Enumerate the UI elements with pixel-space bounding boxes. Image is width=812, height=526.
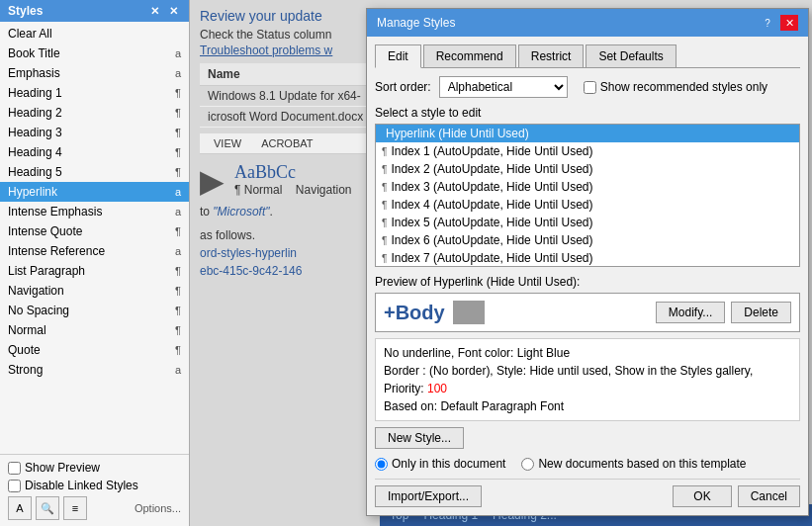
sidebar-style-item[interactable]: Hyperlinka	[0, 182, 189, 202]
manage-dialog: Manage Styles ? ✕ EditRecommendRestrictS…	[366, 8, 809, 516]
new-style-icon-btn[interactable]: A	[8, 496, 32, 520]
listbox-item-text: Index 3 (AutoUpdate, Hide Until Used)	[391, 180, 592, 194]
import-export-button[interactable]: Import/Export...	[375, 485, 482, 507]
style-inspector-btn[interactable]: 🔍	[36, 496, 59, 520]
dialog-titlebar: Manage Styles ? ✕	[367, 9, 808, 37]
radio-document-label: Only in this document	[392, 457, 505, 471]
sidebar-style-name: Intense Quote	[8, 224, 175, 238]
sidebar-style-item[interactable]: Clear All	[0, 24, 189, 44]
dialog-title: Manage Styles	[377, 16, 455, 30]
show-preview-label: Show Preview	[25, 461, 100, 475]
styles-panel-title: Styles	[8, 4, 43, 18]
sidebar-style-item[interactable]: Book Titlea	[0, 44, 189, 63]
show-recommended-checkbox[interactable]	[584, 81, 596, 94]
desc-line4: Based on: Default Paragraph Font	[384, 399, 564, 413]
doc-preview-text: AaBbCc ¶ Normal Navigation	[234, 162, 352, 197]
listbox-item-icon: ¶	[382, 164, 387, 175]
dialog-tab-restrict[interactable]: Restrict	[518, 44, 585, 67]
ok-button[interactable]: OK	[673, 485, 731, 507]
listbox-item-icon: ¶	[382, 253, 387, 264]
style-type-icon: a	[175, 186, 181, 198]
listbox-item[interactable]: ¶Index 4 (AutoUpdate, Hide Until Used)	[376, 196, 799, 214]
radio-document[interactable]	[375, 458, 388, 471]
sidebar-style-item[interactable]: List Paragraph¶	[0, 261, 189, 281]
sidebar-style-name: Navigation	[8, 284, 175, 298]
preview-label: Preview of Hyperlink (Hide Until Used):	[375, 275, 800, 289]
style-type-icon: ¶	[175, 344, 181, 356]
sort-row: Sort order: Alphabetical Show recommende…	[375, 76, 800, 98]
sidebar-style-name: Strong	[8, 363, 175, 377]
dialog-tab-edit[interactable]: Edit	[375, 44, 421, 68]
listbox-item[interactable]: ¶Index 7 (AutoUpdate, Hide Until Used)	[376, 249, 799, 267]
sidebar-style-item[interactable]: Heading 1¶	[0, 83, 189, 103]
style-type-icon: a	[175, 47, 181, 59]
styles-panel-header: Styles ✕ ✕	[0, 0, 189, 22]
sidebar-style-item[interactable]: Intense Referencea	[0, 241, 189, 261]
doc-url-text1: ord-styles-hyperlin	[200, 246, 297, 260]
close-icon[interactable]: ✕	[166, 5, 181, 18]
sidebar-style-item[interactable]: Heading 5¶	[0, 162, 189, 182]
disable-linked-checkbox[interactable]	[8, 480, 21, 492]
doc-url-text2: ebc-415c-9c42-146	[200, 264, 302, 278]
cancel-button[interactable]: Cancel	[738, 485, 800, 507]
sidebar-style-item[interactable]: Emphasisa	[0, 63, 189, 83]
listbox-item[interactable]: ¶Index 3 (AutoUpdate, Hide Until Used)	[376, 178, 799, 196]
listbox-item[interactable]: ¶Index 5 (AutoUpdate, Hide Until Used)	[376, 214, 799, 231]
styles-listbox[interactable]: Hyperlink (Hide Until Used)¶Index 1 (Aut…	[375, 124, 800, 267]
sidebar-style-item[interactable]: Intense Emphasisa	[0, 202, 189, 221]
manage-styles-btn[interactable]: ≡	[63, 496, 87, 520]
listbox-item[interactable]: ¶Index 2 (AutoUpdate, Hide Until Used)	[376, 160, 799, 178]
big-text-link: "Microsoft"	[213, 205, 269, 219]
sidebar-style-item[interactable]: Normal¶	[0, 320, 189, 340]
dialog-footer: Import/Export... OK Cancel	[375, 479, 800, 507]
sidebar-style-name: Emphasis	[8, 66, 175, 80]
styles-panel-footer: Show Preview Disable Linked Styles A 🔍 ≡…	[0, 454, 189, 526]
style-type-icon: ¶	[175, 265, 181, 277]
show-recommended-label: Show recommended styles only	[584, 80, 767, 94]
options-btn[interactable]: Options...	[135, 502, 181, 514]
footer-right: OK Cancel	[673, 485, 800, 507]
preview-color-block	[453, 301, 485, 324]
doc-toolbar-item[interactable]: VIEW	[204, 135, 251, 151]
sidebar-style-name: Intense Emphasis	[8, 205, 175, 219]
sidebar-style-name: Hyperlink	[8, 185, 175, 199]
dialog-help-btn[interactable]: ?	[759, 15, 776, 31]
sidebar-style-item[interactable]: Heading 2¶	[0, 103, 189, 123]
sidebar-style-item[interactable]: Navigation¶	[0, 281, 189, 301]
sidebar-style-name: Heading 2	[8, 106, 175, 120]
dialog-tab-set-defaults[interactable]: Set Defaults	[586, 44, 676, 67]
preview-aabbcc: AaBbCc	[234, 162, 296, 182]
listbox-item-text: Index 7 (AutoUpdate, Hide Until Used)	[391, 251, 592, 265]
style-type-icon: a	[175, 245, 181, 257]
sidebar-style-item[interactable]: Quote¶	[0, 340, 189, 360]
dialog-close-btn[interactable]: ✕	[780, 15, 798, 31]
radio-template-label: New documents based on this template	[538, 457, 746, 471]
listbox-item[interactable]: Hyperlink (Hide Until Used)	[376, 125, 799, 142]
radio-option-template: New documents based on this template	[521, 457, 746, 471]
style-type-icon: ¶	[175, 127, 181, 138]
sidebar-style-item[interactable]: Heading 3¶	[0, 123, 189, 142]
preview-box: +Body Modify... Delete	[375, 293, 800, 332]
style-type-icon: ¶	[175, 87, 181, 99]
show-preview-checkbox[interactable]	[8, 462, 21, 475]
style-type-icon: ¶	[175, 305, 181, 316]
doc-toolbar-item[interactable]: ACROBAT	[251, 135, 322, 151]
styles-panel-buttons: A 🔍 ≡ Options...	[8, 496, 181, 520]
sidebar-style-item[interactable]: Heading 4¶	[0, 142, 189, 162]
sidebar-style-item[interactable]: Stronga	[0, 360, 189, 380]
listbox-item[interactable]: ¶Index 1 (AutoUpdate, Hide Until Used)	[376, 142, 799, 160]
sort-select[interactable]: Alphabetical	[439, 76, 568, 98]
sidebar-style-item[interactable]: No Spacing¶	[0, 301, 189, 320]
show-preview-row: Show Preview	[8, 461, 181, 475]
sidebar-style-item[interactable]: Intense Quote¶	[0, 221, 189, 241]
new-style-button[interactable]: New Style...	[375, 427, 464, 449]
dialog-tab-recommend[interactable]: Recommend	[423, 44, 516, 67]
pin-icon[interactable]: ✕	[147, 5, 162, 18]
radio-template[interactable]	[521, 458, 534, 471]
listbox-item-icon: ¶	[382, 218, 387, 228]
listbox-item[interactable]: ¶Index 6 (AutoUpdate, Hide Until Used)	[376, 231, 799, 249]
sidebar-style-name: List Paragraph	[8, 264, 175, 278]
delete-button[interactable]: Delete	[731, 302, 791, 323]
modify-button[interactable]: Modify...	[656, 302, 725, 323]
styles-panel: Styles ✕ ✕ Clear AllBook TitleaEmphasisa…	[0, 0, 190, 526]
